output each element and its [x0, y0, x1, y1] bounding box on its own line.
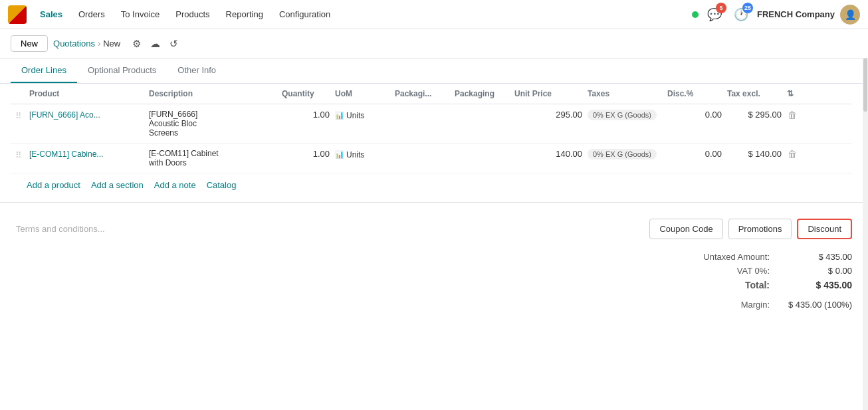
breadcrumb-quotations[interactable]: Quotations	[53, 39, 95, 49]
nav-orders[interactable]: Orders	[72, 5, 112, 23]
description-cell-2: [E-COM11] Cabinet with Doors	[146, 149, 279, 167]
total-row: Total: $ 435.00	[586, 278, 852, 292]
uom-badge-1: 📊 Units	[335, 111, 364, 120]
forecast-icon-2: 📊	[335, 150, 344, 159]
forecast-icon-1: 📊	[335, 111, 344, 120]
activities-button[interactable]: 🕐 25	[730, 4, 752, 25]
tax-badge-2[interactable]: 0% EX G (Goods)	[588, 149, 657, 159]
add-note-link[interactable]: Add a note	[154, 180, 196, 190]
untaxed-row: Untaxed Amount: $ 435.00	[586, 250, 852, 264]
toolbar-icons: ⚙ ☁ ↺	[128, 36, 181, 52]
refresh-icon[interactable]: ↺	[165, 36, 181, 52]
nav-to-invoice[interactable]: To Invoice	[114, 5, 167, 23]
col-disc: Disc.%	[665, 89, 724, 98]
disc-cell-2[interactable]: 0.00	[665, 149, 724, 159]
drag-handle-1[interactable]: ⠿	[11, 110, 27, 121]
col-description: Description	[146, 89, 279, 98]
delete-btn-2[interactable]: 🗑	[784, 149, 800, 159]
nav-configuration[interactable]: Configuration	[272, 5, 337, 23]
untaxed-value: $ 435.00	[786, 252, 852, 262]
qty-cell-1[interactable]: 1.00	[279, 110, 332, 120]
margin-row: Margin: $ 435.00 (100%)	[586, 298, 852, 312]
cloud-save-icon[interactable]: ☁	[147, 36, 163, 52]
breadcrumb-current: New	[103, 39, 120, 49]
col-drag	[11, 89, 27, 98]
col-packagi: Packagi...	[392, 89, 452, 98]
drag-handle-2[interactable]: ⠿	[11, 149, 27, 160]
top-navigation: Sales Orders To Invoice Products Reporti…	[0, 0, 868, 29]
scroll-thumb[interactable]	[863, 58, 867, 112]
uom-badge-2: 📊 Units	[335, 150, 364, 159]
messages-badge: 5	[716, 3, 726, 13]
tabs-bar: Order Lines Optional Products Other Info	[0, 58, 863, 84]
settings-icon[interactable]: ⚙	[128, 36, 144, 52]
promotions-button[interactable]: Promotions	[728, 219, 792, 239]
bottom-section: Terms and conditions... Coupon Code Prom…	[0, 208, 863, 322]
col-tax-excl: Tax excl.	[724, 89, 784, 98]
taxes-cell-1[interactable]: 0% EX G (Goods)	[585, 110, 665, 120]
nav-right: 💬 5 🕐 25 FRENCH Company 👤	[692, 4, 860, 25]
margin-value: $ 435.00 (100%)	[786, 300, 852, 310]
user-avatar[interactable]: 👤	[840, 5, 860, 25]
uom-text-2[interactable]: Units	[346, 150, 364, 159]
vat-row: VAT 0%: $ 0.00	[586, 264, 852, 278]
online-status	[692, 11, 699, 18]
unit-price-cell-2[interactable]: 140.00	[512, 149, 585, 159]
col-quantity: Quantity	[279, 89, 332, 98]
col-product: Product	[27, 89, 146, 98]
right-panel: Coupon Code Promotions Discount Untaxed …	[586, 219, 852, 312]
uom-text-1[interactable]: Units	[346, 111, 364, 120]
unit-price-cell-1[interactable]: 295.00	[512, 110, 585, 120]
content-area: Order Lines Optional Products Other Info…	[0, 58, 863, 410]
toolbar: New Quotations › New ⚙ ☁ ↺	[0, 29, 868, 58]
messages-button[interactable]: 💬 5	[704, 4, 725, 25]
vat-label: VAT 0%:	[663, 266, 770, 276]
product-cell-1[interactable]: [FURN_6666] Aco...	[27, 110, 146, 120]
terms-placeholder: Terms and conditions...	[16, 224, 105, 234]
breadcrumb: Quotations › New	[53, 39, 120, 49]
total-value: $ 435.00	[786, 280, 852, 290]
nav-reporting[interactable]: Reporting	[219, 5, 270, 23]
nav-products[interactable]: Products	[169, 5, 216, 23]
delete-btn-1[interactable]: 🗑	[784, 110, 800, 120]
company-name[interactable]: FRENCH Company	[757, 9, 835, 19]
uom-cell-2[interactable]: 📊 Units	[332, 149, 392, 159]
uom-cell-1[interactable]: 📊 Units	[332, 110, 392, 120]
new-button[interactable]: New	[11, 35, 48, 52]
catalog-link[interactable]: Catalog	[207, 180, 237, 190]
col-uom: UoM	[332, 89, 392, 98]
col-packaging: Packaging	[452, 89, 512, 98]
qty-cell-2[interactable]: 1.00	[279, 149, 332, 159]
tax-excl-cell-1: $ 295.00	[724, 110, 784, 120]
desc-line1-2: [E-COM11] Cabinet	[149, 149, 276, 158]
margin-label: Margin:	[663, 300, 770, 310]
tax-excl-cell-2: $ 140.00	[724, 149, 784, 159]
taxes-cell-2[interactable]: 0% EX G (Goods)	[585, 149, 665, 159]
scrollbar[interactable]	[863, 58, 868, 410]
app-logo[interactable]	[8, 5, 27, 24]
desc-line3-1: Screens	[149, 128, 276, 138]
breadcrumb-separator: ›	[98, 39, 100, 49]
nav-sales[interactable]: Sales	[33, 5, 69, 23]
discount-button[interactable]: Discount	[797, 219, 852, 239]
tab-other-info[interactable]: Other Info	[167, 58, 227, 83]
table-header: Product Description Quantity UoM Packagi…	[11, 84, 852, 104]
disc-cell-1[interactable]: 0.00	[665, 110, 724, 120]
tax-badge-1[interactable]: 0% EX G (Goods)	[588, 110, 657, 120]
add-product-link[interactable]: Add a product	[27, 180, 80, 190]
total-label: Total:	[663, 280, 770, 290]
product-link-1[interactable]: [FURN_6666] Aco...	[29, 110, 100, 120]
untaxed-label: Untaxed Amount:	[663, 252, 770, 262]
terms-area[interactable]: Terms and conditions...	[11, 219, 276, 258]
product-link-2[interactable]: [E-COM11] Cabine...	[29, 150, 103, 159]
coupon-code-button[interactable]: Coupon Code	[649, 219, 722, 239]
add-actions: Add a product Add a section Add a note C…	[0, 173, 863, 197]
table-row: ⠿ [FURN_6666] Aco... [FURN_6666] Acousti…	[11, 104, 852, 144]
col-actions: ⇅	[784, 89, 800, 98]
tab-optional-products[interactable]: Optional Products	[77, 58, 167, 83]
order-table: Product Description Quantity UoM Packagi…	[0, 84, 863, 173]
table-row: ⠿ [E-COM11] Cabine... [E-COM11] Cabinet …	[11, 144, 852, 173]
add-section-link[interactable]: Add a section	[91, 180, 144, 190]
tab-order-lines[interactable]: Order Lines	[11, 58, 77, 83]
product-cell-2[interactable]: [E-COM11] Cabine...	[27, 149, 146, 159]
